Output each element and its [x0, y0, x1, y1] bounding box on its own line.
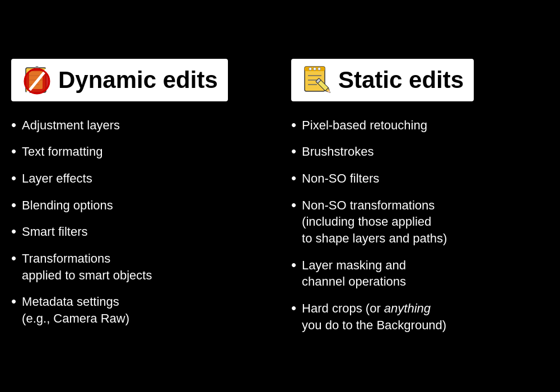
static-edits-item-text-5: Hard crops (or anythingyou do to the Bac… — [302, 300, 446, 333]
dynamic-edits-title: Dynamic edits — [58, 67, 218, 94]
static-edits-list: Pixel-based retouchingBrushstrokesNon-SO… — [291, 117, 549, 334]
svg-point-11 — [309, 67, 312, 70]
static-edits-item-5: Hard crops (or anythingyou do to the Bac… — [291, 300, 549, 333]
static-edits-header: Static edits — [291, 59, 474, 101]
dynamic-edits-item-text-0: Adjustment layers — [22, 117, 120, 134]
dynamic-edits-item-2: Layer effects — [11, 170, 269, 187]
dynamic-edits-item-1: Text formatting — [11, 143, 269, 160]
dynamic-edits-item-0: Adjustment layers — [11, 117, 269, 134]
dynamic-edits-item-text-5: Transformationsapplied to smart objects — [22, 250, 152, 283]
static-edits-item-4: Layer masking andchannel operations — [291, 257, 549, 290]
main-container: Dynamic edits Adjustment layersText form… — [11, 48, 549, 345]
dynamic-edits-list: Adjustment layersText formattingLayer ef… — [11, 117, 269, 327]
dynamic-edits-item-6: Metadata settings(e.g., Camera Raw) — [11, 293, 269, 326]
dynamic-edits-item-4: Smart filters — [11, 223, 269, 240]
dynamic-edits-header: Dynamic edits — [11, 59, 228, 101]
svg-point-12 — [314, 67, 316, 70]
dynamic-edits-item-text-6: Metadata settings(e.g., Camera Raw) — [22, 293, 129, 326]
notepad-no-sign-svg — [21, 64, 53, 96]
dynamic-edits-item-text-4: Smart filters — [22, 223, 87, 240]
static-edits-item-1: Brushstrokes — [291, 143, 549, 160]
dynamic-edits-item-text-3: Blending options — [22, 197, 113, 214]
static-edits-item-text-2: Non-SO filters — [302, 170, 379, 187]
static-edits-item-text-0: Pixel-based retouching — [302, 117, 427, 134]
dynamic-edits-column: Dynamic edits Adjustment layersText form… — [11, 59, 269, 334]
static-edits-icon — [301, 64, 333, 96]
static-edits-column: Static edits Pixel-based retouchingBrush… — [291, 59, 549, 334]
dynamic-edits-item-3: Blending options — [11, 197, 269, 214]
static-edits-item-2: Non-SO filters — [291, 170, 549, 187]
static-edits-item-text-4: Layer masking andchannel operations — [302, 257, 406, 290]
static-edits-title: Static edits — [338, 67, 464, 94]
notepad-pencil-svg — [301, 64, 333, 96]
static-edits-item-text-1: Brushstrokes — [302, 143, 374, 160]
dynamic-edits-item-text-2: Layer effects — [22, 170, 92, 187]
dynamic-edits-item-text-1: Text formatting — [22, 143, 102, 160]
dynamic-edits-icon — [21, 64, 53, 96]
static-edits-item-0: Pixel-based retouching — [291, 117, 549, 134]
static-edits-item-3: Non-SO transformations(including those a… — [291, 197, 549, 247]
svg-point-13 — [318, 67, 321, 70]
static-edits-item-text-3: Non-SO transformations(including those a… — [302, 197, 447, 247]
dynamic-edits-item-5: Transformationsapplied to smart objects — [11, 250, 269, 283]
